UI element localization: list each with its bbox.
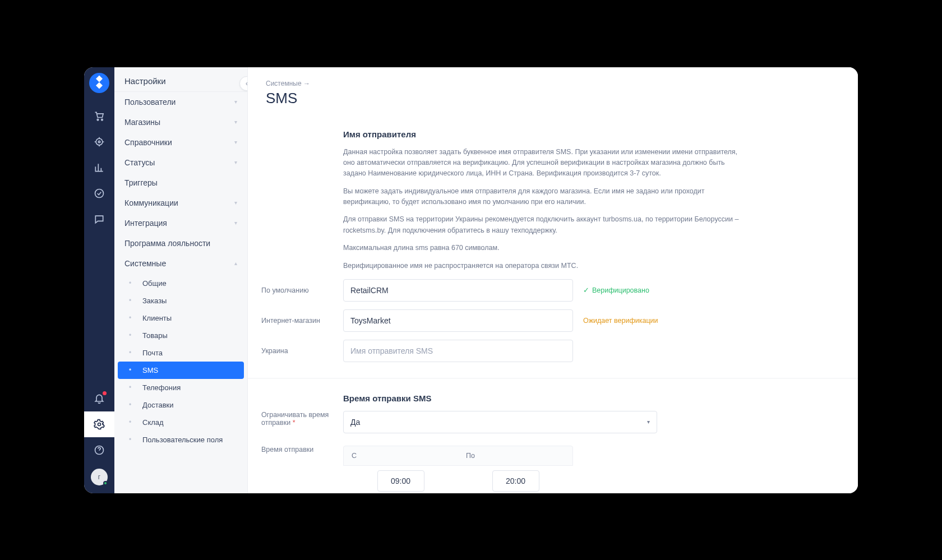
- row-default: По умолчанию Верифицировано: [343, 279, 746, 302]
- nav-label: Программа лояльности: [124, 239, 210, 248]
- nav-label: Магазины: [124, 118, 160, 127]
- nav-group-users[interactable]: Пользователи▾: [114, 92, 247, 112]
- chevron-up-icon: ▴: [234, 260, 237, 266]
- time-row: [343, 466, 573, 493]
- page-title: SMS: [248, 90, 858, 116]
- col-to: По: [458, 446, 572, 465]
- time-table: С По: [343, 446, 573, 493]
- nav-label: Коммуникации: [124, 198, 178, 207]
- time-section-title: Время отправки SMS: [343, 394, 746, 403]
- online-indicator: [103, 481, 108, 485]
- breadcrumb[interactable]: Системные →: [248, 67, 858, 90]
- target-icon[interactable]: [84, 129, 114, 155]
- sender-desc: Вы можете задать индивидуальное имя отпр…: [343, 186, 746, 208]
- chevron-down-icon: ▾: [234, 119, 237, 125]
- app-window: г Настройки ‹ Пользователи▾ Магазины▾ Сп…: [84, 67, 858, 493]
- label-limit: Ограничивать время отправки *: [261, 411, 343, 427]
- cart-icon[interactable]: [84, 103, 114, 129]
- bell-icon[interactable]: [84, 386, 114, 411]
- help-icon[interactable]: [84, 437, 114, 463]
- nav-label: Системные: [124, 259, 166, 268]
- system-sublist: Общие Заказы Клиенты Товары Почта SMS Те…: [114, 274, 247, 451]
- input-time-to[interactable]: [492, 470, 539, 492]
- input-sender-ukraine[interactable]: [343, 340, 573, 362]
- status-pending: Ожидает верификации: [583, 317, 658, 325]
- row-hours: Время отправки С По: [343, 446, 746, 493]
- caret-down-icon: ▾: [647, 419, 650, 425]
- gear-icon[interactable]: [84, 411, 114, 437]
- settings-sidebar: Настройки ‹ Пользователи▾ Магазины▾ Спра…: [114, 67, 248, 493]
- svg-point-4: [95, 189, 104, 197]
- time-head: С По: [343, 446, 573, 466]
- nav-group-system[interactable]: Системные▴: [114, 253, 247, 274]
- svg-point-5: [98, 423, 101, 425]
- sub-item-clients[interactable]: Клиенты: [118, 309, 244, 327]
- chevron-down-icon: ▾: [234, 159, 237, 165]
- logo-icon[interactable]: [89, 73, 109, 93]
- chevron-down-icon: ▾: [234, 200, 237, 206]
- sender-desc: Максимальная длина sms равна 670 символа…: [343, 243, 746, 253]
- svg-point-2: [96, 138, 103, 145]
- row-store1: Интернет-магазин Ожидает верификации: [343, 309, 746, 332]
- input-time-from[interactable]: [377, 470, 424, 492]
- nav-group-integration[interactable]: Интеграция▾: [114, 213, 247, 233]
- col-from: С: [344, 446, 458, 465]
- settings-header: Настройки: [114, 67, 247, 92]
- nav-group-triggers[interactable]: Триггеры: [114, 173, 247, 193]
- nav-group-loyalty[interactable]: Программа лояльности: [114, 233, 247, 253]
- label-hours: Время отправки: [261, 446, 343, 453]
- nav-group-references[interactable]: Справочники▾: [114, 132, 247, 152]
- row-ukraine: Украина: [343, 340, 746, 362]
- svg-point-3: [98, 141, 100, 142]
- chevron-down-icon: ▾: [234, 139, 237, 145]
- sender-desc: Данная настройка позволяет задать буквен…: [343, 147, 746, 179]
- chevron-down-icon: ▾: [234, 99, 237, 105]
- chat-icon[interactable]: [84, 206, 114, 232]
- status-verified: Верифицировано: [583, 286, 649, 294]
- sender-desc: Для отправки SMS на территории Украины р…: [343, 214, 746, 236]
- sub-item-warehouse[interactable]: Склад: [118, 414, 244, 431]
- sub-item-mail[interactable]: Почта: [118, 344, 244, 362]
- nav-label: Справочники: [124, 138, 172, 147]
- avatar-letter: г: [98, 473, 100, 481]
- chevron-down-icon: ▾: [234, 220, 237, 226]
- label-default: По умолчанию: [261, 286, 343, 294]
- sub-item-sms[interactable]: SMS: [118, 362, 244, 379]
- nav-group-stores[interactable]: Магазины▾: [114, 112, 247, 132]
- main-content: Системные → SMS Имя отправителя Данная н…: [248, 67, 858, 493]
- nav-group-communications[interactable]: Коммуникации▾: [114, 193, 247, 213]
- sub-item-custom-fields[interactable]: Пользовательские поля: [118, 431, 244, 448]
- select-limit[interactable]: Да ▾: [343, 411, 657, 433]
- notification-badge: [103, 391, 107, 395]
- card-sender: Имя отправителя Данная настройка позволя…: [248, 116, 858, 379]
- nav-label: Пользователи: [124, 98, 176, 107]
- label-ukraine: Украина: [261, 347, 343, 355]
- sub-item-products[interactable]: Товары: [118, 327, 244, 344]
- required-mark: *: [293, 419, 295, 427]
- nav-label: Статусы: [124, 158, 155, 167]
- select-value: Да: [350, 418, 360, 427]
- sub-item-general[interactable]: Общие: [118, 275, 244, 292]
- sub-item-orders[interactable]: Заказы: [118, 292, 244, 309]
- avatar[interactable]: г: [91, 469, 108, 485]
- check-circle-icon[interactable]: [84, 181, 114, 206]
- svg-point-1: [101, 119, 103, 121]
- card-time: Время отправки SMS Ограничивать время от…: [248, 380, 858, 493]
- nav-label: Интеграция: [124, 219, 167, 228]
- row-limit: Ограничивать время отправки * Да ▾: [343, 411, 746, 433]
- input-sender-store1[interactable]: [343, 309, 573, 332]
- sender-section-title: Имя отправителя: [343, 129, 746, 139]
- analytics-icon[interactable]: [84, 155, 114, 181]
- nav-label: Триггеры: [124, 178, 158, 187]
- svg-point-0: [97, 119, 99, 121]
- icon-rail: г: [84, 67, 114, 493]
- label-store1: Интернет-магазин: [261, 317, 343, 325]
- sub-item-telephony[interactable]: Телефония: [118, 379, 244, 396]
- sender-desc: Верифицированное имя не распространяется…: [343, 261, 746, 271]
- nav-group-statuses[interactable]: Статусы▾: [114, 152, 247, 173]
- sub-item-delivery[interactable]: Доставки: [118, 396, 244, 414]
- input-sender-default[interactable]: [343, 279, 573, 302]
